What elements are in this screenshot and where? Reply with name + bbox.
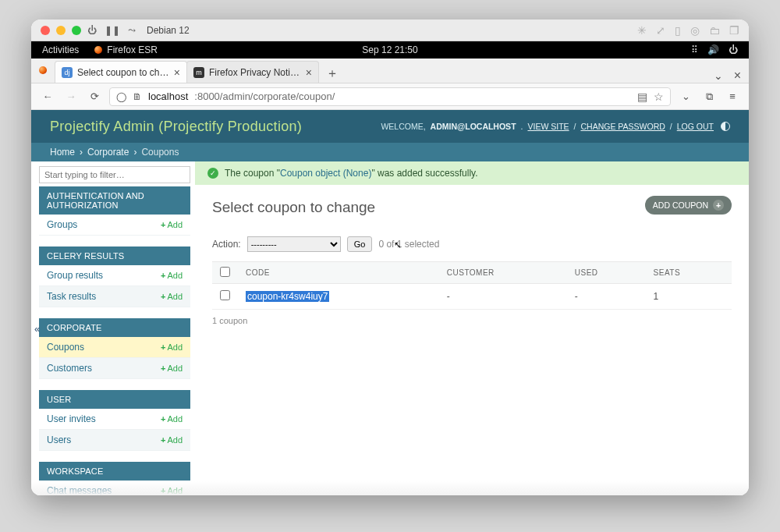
action-select[interactable]: ---------	[247, 236, 341, 252]
mac-titlebar: ⏻ ❚❚ ⤳ Debian 12 ✳︎ ⤢ ▯ ◎ 🗀 ❐	[31, 20, 749, 41]
url-bar[interactable]: ◯ 🗎 localhost:8000/admin/corporate/coupo…	[109, 87, 671, 106]
clock[interactable]: Sep 12 21:50	[362, 44, 417, 55]
sidebar-model-link[interactable]: User invites	[47, 413, 96, 424]
power-icon[interactable]: ⏻	[729, 44, 738, 55]
window-close-icon[interactable]: ×	[734, 69, 741, 83]
sidebar-add-link[interactable]: + Add	[161, 220, 183, 229]
sidebar-filter-input[interactable]	[39, 166, 190, 183]
lock-icon[interactable]: 🗎	[133, 91, 142, 102]
col-used[interactable]: USED	[567, 262, 646, 284]
pocket-icon[interactable]: ⌄	[677, 88, 694, 105]
breadcrumb: Home › Corporate › Coupons	[31, 143, 749, 161]
plus-icon: +	[161, 271, 165, 280]
forward-button: →	[62, 88, 80, 105]
coupon-code-link[interactable]: coupon-kr4sw4iuy7	[246, 291, 329, 302]
gnome-topbar: Activities Firefox ESR Sep 12 21:50 ⠿ 🔊 …	[31, 41, 749, 59]
close-tab-icon[interactable]: ×	[306, 67, 312, 78]
browser-tab-strip: dj Select coupon to change × m Firefox P…	[31, 59, 749, 83]
reader-mode-icon[interactable]: ▤	[637, 90, 647, 103]
pause-icon[interactable]: ❚❚	[105, 25, 120, 36]
vm-title: Debian 12	[147, 25, 190, 36]
shield-icon[interactable]: ◯	[116, 91, 126, 102]
extras-icon[interactable]: ⤢	[656, 24, 665, 37]
sidebar-app-header[interactable]: CORPORATE	[39, 318, 190, 337]
sidebar-model-link[interactable]: Customers	[47, 363, 92, 374]
back-button[interactable]: ←	[39, 88, 56, 105]
sidebar-app-header[interactable]: USER	[39, 390, 190, 409]
col-customer[interactable]: CUSTOMER	[439, 262, 567, 284]
sidebar-add-link[interactable]: + Add	[161, 271, 183, 280]
sidebar-model-link[interactable]: Users	[47, 434, 71, 445]
crumb-app[interactable]: Corporate	[87, 147, 129, 158]
admin-header: Projectify Admin (Projectify Production)…	[31, 110, 749, 143]
mozilla-favicon-icon: m	[193, 67, 204, 78]
success-check-icon: ✓	[207, 168, 218, 179]
tabs-dropdown-icon[interactable]: ⌄	[714, 69, 723, 82]
sidebar-model-link[interactable]: Task results	[47, 291, 96, 302]
extras-icon[interactable]: ✳︎	[637, 24, 647, 37]
col-seats[interactable]: SEATS	[646, 262, 732, 284]
extras-icon[interactable]: ▯	[675, 24, 681, 37]
sidebar-model-link[interactable]: Group results	[47, 270, 103, 281]
sidebar-add-link[interactable]: + Add	[161, 486, 183, 495]
admin-site-title[interactable]: Projectify Admin (Projectify Production)	[50, 119, 302, 135]
crumb-home[interactable]: Home	[50, 147, 75, 158]
resume-icon[interactable]: ⤳	[128, 25, 136, 36]
minimize-window-icon[interactable]	[56, 26, 66, 35]
action-go-button[interactable]: Go	[347, 236, 373, 252]
plus-icon: +	[161, 364, 165, 373]
tab-privacy[interactable]: m Firefox Privacy Notice — ×	[186, 61, 319, 83]
sidebar-add-link[interactable]: + Add	[161, 414, 183, 424]
sidebar-model-row: User invites+ Add	[39, 409, 190, 430]
extensions-icon[interactable]: ⧉	[700, 88, 718, 105]
logout-link[interactable]: LOG OUT	[677, 122, 714, 131]
crumb-current: Coupons	[141, 147, 179, 158]
theme-toggle-icon[interactable]	[721, 122, 730, 131]
zoom-window-icon[interactable]	[72, 26, 81, 35]
select-all-checkbox[interactable]	[220, 267, 230, 277]
sidebar-collapse-toggle[interactable]: «	[31, 320, 43, 338]
sidebar-add-link[interactable]: + Add	[161, 364, 183, 373]
row-select-checkbox[interactable]	[220, 290, 230, 300]
activities-button[interactable]: Activities	[42, 44, 79, 55]
extras-icon[interactable]: ❐	[729, 24, 739, 37]
sidebar-add-link[interactable]: + Add	[161, 342, 183, 352]
extras-icon[interactable]: 🗀	[709, 24, 720, 37]
sidebar-add-link[interactable]: + Add	[161, 435, 183, 445]
current-app[interactable]: Firefox ESR	[94, 44, 158, 55]
sidebar-app-header[interactable]: AUTHENTICATION AND AUTHORIZATION	[39, 186, 190, 215]
table-row: coupon-kr4sw4iuy7 - - 1	[212, 284, 732, 310]
volume-icon[interactable]: 🔊	[707, 44, 719, 55]
user-tools: WELCOME, ADMIN@LOCALHOST. VIEW SITE / CH…	[381, 122, 730, 131]
close-tab-icon[interactable]: ×	[174, 67, 180, 78]
sidebar-add-link[interactable]: + Add	[161, 292, 183, 301]
hamburger-menu-icon[interactable]: ≡	[724, 88, 741, 105]
plus-icon: +	[161, 342, 165, 352]
sidebar-app-header[interactable]: CELERY RESULTS	[39, 246, 190, 265]
reload-button[interactable]: ⟳	[86, 88, 103, 105]
sidebar-model-link[interactable]: Groups	[47, 219, 77, 230]
results-table: CODE CUSTOMER USED SEATS coupon-kr4sw4iu…	[212, 261, 732, 310]
col-code[interactable]: CODE	[238, 262, 439, 284]
power-icon[interactable]: ⏻	[87, 25, 97, 36]
window-controls[interactable]	[41, 26, 81, 35]
sidebar-model-link[interactable]: Chat messages	[47, 485, 112, 495]
change-password-link[interactable]: CHANGE PASSWORD	[580, 122, 665, 131]
plus-icon: +	[161, 486, 165, 495]
admin-main: ✓ The coupon "Coupon object (None)" was …	[195, 161, 749, 495]
add-coupon-button[interactable]: ADD COUPON +	[645, 196, 732, 215]
created-object-link[interactable]: Coupon object (None)	[280, 168, 371, 179]
network-icon[interactable]: ⠿	[691, 44, 698, 55]
url-host: localhost	[148, 90, 188, 102]
vm-power-icons: ⏻ ❚❚ ⤳	[87, 25, 136, 36]
close-window-icon[interactable]	[41, 26, 50, 35]
extras-icon[interactable]: ◎	[690, 24, 700, 37]
firefox-home-icon[interactable]	[31, 58, 55, 83]
new-tab-button[interactable]: ＋	[323, 64, 342, 83]
bookmark-star-icon[interactable]: ☆	[654, 90, 664, 103]
view-site-link[interactable]: VIEW SITE	[527, 122, 569, 131]
sidebar-model-row: Task results+ Add	[39, 286, 190, 307]
sidebar-app-header[interactable]: WORKSPACE	[39, 462, 190, 481]
tab-admin[interactable]: dj Select coupon to change ×	[55, 61, 187, 83]
sidebar-model-link[interactable]: Coupons	[47, 342, 84, 353]
